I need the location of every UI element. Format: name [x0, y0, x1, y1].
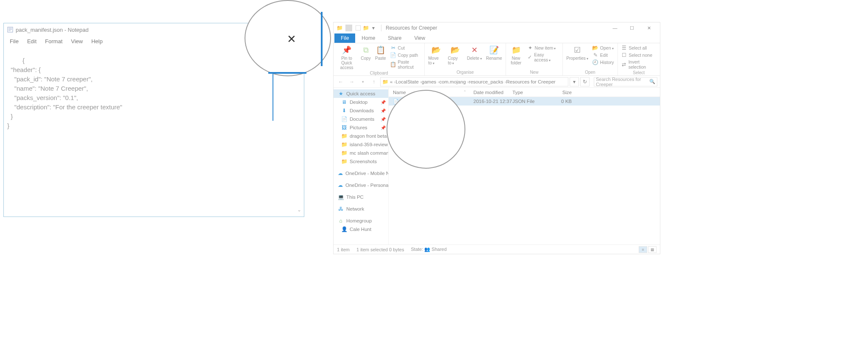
- status-bar: 1 item 1 item selected 0 bytes State: 👥 …: [334, 245, 660, 254]
- chevron-down-icon: ▾: [612, 47, 614, 50]
- copy-button[interactable]: ⧉Copy: [361, 45, 371, 61]
- nav-label: OneDrive - Personal: [345, 183, 388, 188]
- breadcrumb[interactable]: com.mojang: [439, 79, 469, 84]
- explorer-title: Resources for Creeper: [386, 25, 437, 31]
- tab-share[interactable]: Share: [381, 33, 408, 43]
- rename-button[interactable]: 📝Rename: [486, 45, 502, 61]
- paste-label: Paste: [375, 56, 386, 61]
- move-to-button[interactable]: 📂Move to▾: [428, 45, 443, 65]
- close-icon[interactable]: ✕: [287, 30, 295, 46]
- nav-homegroup[interactable]: ⌂Homegroup: [334, 217, 388, 225]
- nav-folder[interactable]: 📁island-359-review: [334, 140, 388, 149]
- nav-label: Cale Hunt: [350, 227, 371, 232]
- refresh-button[interactable]: ↻: [580, 77, 590, 86]
- qat-properties-icon[interactable]: [355, 25, 362, 31]
- nav-network[interactable]: 🖧Network: [334, 205, 388, 213]
- new-folder-button[interactable]: 📁New folder: [509, 45, 523, 65]
- copy-path-button[interactable]: 📄Copy path: [390, 52, 421, 58]
- cut-button[interactable]: ✂Cut: [390, 45, 421, 51]
- folder-icon: 📁: [341, 150, 347, 156]
- close-button[interactable]: ✕: [640, 22, 657, 33]
- select-all-button[interactable]: ☰Select all: [621, 45, 657, 51]
- edit-button[interactable]: ✎Edit: [593, 52, 614, 58]
- nav-this-pc[interactable]: 💻This PC: [334, 193, 388, 201]
- menu-file[interactable]: File: [6, 37, 23, 45]
- breadcrumb-root[interactable]: «: [390, 79, 395, 84]
- details-view-button[interactable]: ≡: [639, 246, 647, 253]
- scroll-down-icon[interactable]: ⌄: [297, 206, 301, 214]
- nav-folder[interactable]: 📁Screenshots: [334, 157, 388, 166]
- paste-button[interactable]: 📋Paste: [375, 45, 386, 61]
- invert-selection-button[interactable]: ⇄Invert selection: [621, 59, 657, 69]
- menu-edit[interactable]: Edit: [23, 37, 41, 45]
- tab-file[interactable]: File: [334, 33, 355, 43]
- tab-view[interactable]: View: [408, 33, 431, 43]
- folder-icon: 📁: [382, 79, 388, 85]
- qat-dropdown-icon[interactable]: ▾: [370, 25, 377, 31]
- easy-access-button[interactable]: ✓Easy access▾: [527, 52, 559, 62]
- delete-button[interactable]: ✕Delete▾: [467, 45, 482, 61]
- status-item-count: 1 item: [337, 247, 350, 252]
- status-selected: 1 item selected 0 bytes: [356, 247, 404, 252]
- minimize-button[interactable]: —: [606, 22, 623, 33]
- address-bar[interactable]: 📁 « LocalState games com.mojang resource…: [380, 77, 568, 86]
- delete-icon: ✕: [469, 45, 479, 55]
- col-size[interactable]: Size: [550, 90, 575, 95]
- recent-locations-button[interactable]: ▾: [358, 77, 367, 86]
- explorer-titlebar[interactable]: 📁 📁 ▾ Resources for Creeper — ☐ ✕: [334, 22, 660, 33]
- up-button[interactable]: ↑: [369, 77, 378, 86]
- copy-to-button[interactable]: 📂Copy to▾: [448, 45, 463, 65]
- menu-view[interactable]: View: [67, 37, 87, 45]
- chevron-down-icon: ▾: [433, 61, 434, 65]
- maximize-button[interactable]: ☐: [623, 22, 640, 33]
- nav-folder[interactable]: 📁dragon front beta p: [334, 132, 388, 140]
- properties-button[interactable]: ☑Properties▾: [566, 45, 588, 61]
- back-button[interactable]: ←: [336, 77, 345, 86]
- pin-to-quick-access-button[interactable]: 📌Pin to Quick access: [337, 45, 356, 70]
- nav-documents[interactable]: 📄Documents📌: [334, 115, 388, 123]
- zoom-caret: [321, 12, 323, 66]
- nav-desktop[interactable]: 🖥Desktop📌: [334, 98, 388, 106]
- menu-help[interactable]: Help: [87, 37, 107, 45]
- nav-onedrive[interactable]: ☁OneDrive - Personal: [334, 181, 388, 189]
- paste-icon: 📋: [376, 45, 386, 55]
- properties-icon: ☑: [572, 45, 582, 55]
- nav-folder[interactable]: 📁mc slash command: [334, 149, 388, 157]
- select-all-icon: ☰: [621, 45, 627, 51]
- qat-newfolder-icon[interactable]: 📁: [362, 25, 369, 31]
- forward-button[interactable]: →: [347, 77, 356, 86]
- breadcrumb[interactable]: resource_packs: [469, 79, 506, 84]
- tab-home[interactable]: Home: [355, 33, 381, 43]
- notepad-text-area[interactable]: { "header": { "pack_id": "Note 7 creeper…: [4, 46, 304, 217]
- rename-label: Rename: [486, 56, 502, 61]
- notepad-content: { "header": { "pack_id": "Note 7 creeper…: [7, 57, 122, 129]
- col-type[interactable]: Type: [512, 90, 550, 95]
- col-date[interactable]: Date modified: [473, 90, 512, 95]
- history-button[interactable]: 🕘History: [593, 59, 614, 65]
- nav-downloads[interactable]: ⬇Downloads📌: [334, 106, 388, 115]
- desktop-icon: 🖥: [341, 99, 347, 105]
- paste-shortcut-button[interactable]: 📋Paste shortcut: [390, 59, 421, 69]
- nav-onedrive[interactable]: ☁OneDrive - Mobile Na: [334, 169, 388, 178]
- nav-quick-access[interactable]: ★Quick access: [334, 89, 388, 98]
- search-input[interactable]: Search Resources for Creeper 🔍: [594, 77, 657, 86]
- icons-view-button[interactable]: ▦: [648, 246, 657, 253]
- nav-user[interactable]: 👤Cale Hunt: [334, 225, 388, 233]
- new-item-button[interactable]: ✦New item▾: [527, 45, 559, 51]
- copy-to-label: Copy to▾: [448, 56, 463, 65]
- breadcrumb[interactable]: LocalState: [395, 79, 421, 84]
- status-state: State: 👥 Shared: [411, 247, 446, 252]
- group-select-label: Select: [633, 70, 645, 75]
- nav-pictures[interactable]: 🖼Pictures📌: [334, 123, 388, 132]
- address-dropdown-button[interactable]: ▾: [570, 77, 579, 86]
- open-button[interactable]: 📂Open▾: [593, 45, 614, 51]
- svg-rect-3: [8, 31, 11, 31]
- select-none-button[interactable]: ☐Select none: [621, 52, 657, 58]
- new-item-label: New item▾: [535, 45, 556, 50]
- group-open-label: Open: [585, 70, 595, 75]
- nav-label: Pictures: [350, 125, 367, 130]
- nav-label: Documents: [350, 117, 374, 122]
- breadcrumb[interactable]: games: [422, 79, 440, 84]
- menu-format[interactable]: Format: [41, 37, 67, 45]
- breadcrumb[interactable]: Resources for Creeper: [506, 79, 555, 84]
